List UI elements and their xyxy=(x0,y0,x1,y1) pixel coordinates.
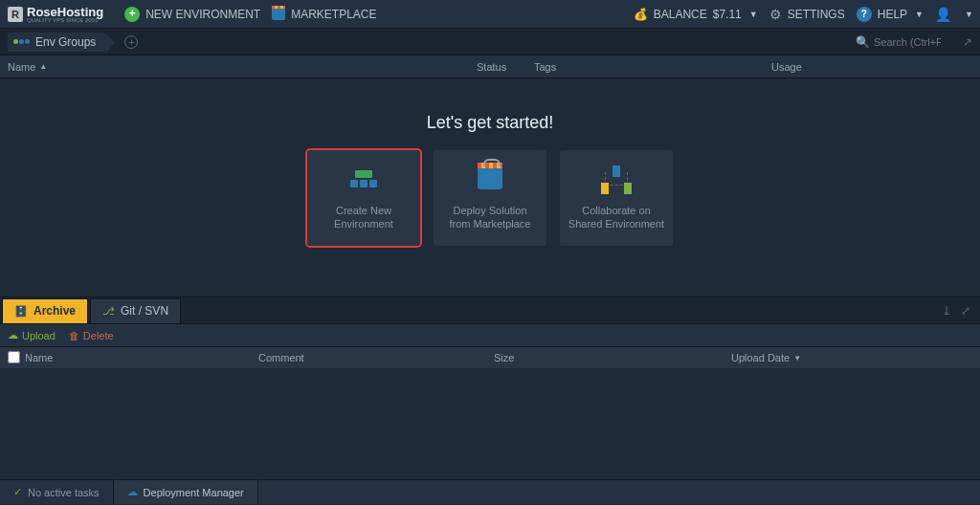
env-groups-icon xyxy=(13,39,30,44)
top-bar: R RoseHosting QUALITY VPS SINCE 2001 + N… xyxy=(0,0,980,29)
plus-circle-icon: + xyxy=(124,7,140,22)
search-input[interactable] xyxy=(874,36,941,48)
welcome-cards: Create NewEnvironment Deploy Solutionfro… xyxy=(307,150,673,246)
logo-icon: R xyxy=(8,7,23,22)
card-label: Deploy Solutionfrom Marketplace xyxy=(450,204,531,231)
balance-value: $7.11 xyxy=(713,8,742,21)
tab-git-svn[interactable]: ⎇ Git / SVN xyxy=(90,298,181,323)
cloud-upload-icon: ☁ xyxy=(8,329,18,341)
deployment-manager-tab[interactable]: ☁ Deployment Manager xyxy=(114,480,258,504)
tab-archive[interactable]: 🗄️ Archive xyxy=(2,298,88,323)
deployment-panel: 🗄️ Archive ⎇ Git / SVN ⤓ ⤢ ☁ Upload 🗑 De… xyxy=(0,296,980,479)
env-columns-header: Name ▲ Status Tags Usage xyxy=(0,55,980,78)
collaborate-icon xyxy=(601,165,632,192)
user-menu-button[interactable]: 👤 xyxy=(935,7,951,22)
new-env-label: NEW ENVIRONMENT xyxy=(145,8,260,21)
trash-icon: 🗑 xyxy=(69,330,79,341)
search-box[interactable]: 🔍 xyxy=(856,35,951,49)
chevron-down-icon: ▼ xyxy=(749,10,758,19)
card-collaborate[interactable]: Collaborate onShared Environment xyxy=(560,150,673,246)
column-dep-upload-date[interactable]: Upload Date ▼ xyxy=(731,352,972,363)
column-dep-comment[interactable]: Comment xyxy=(258,352,494,363)
cloud-icon: ☁ xyxy=(127,486,138,498)
delete-button[interactable]: 🗑 Delete xyxy=(69,330,114,341)
deployment-table-body xyxy=(0,368,980,479)
extra-menu-button[interactable]: ▼ xyxy=(963,10,972,19)
marketplace-label: MARKETPLACE xyxy=(291,8,376,21)
user-icon: 👤 xyxy=(935,7,951,22)
balance-button[interactable]: 💰 BALANCE $7.11 ▼ xyxy=(634,8,758,21)
marketplace-button[interactable]: MARKETPLACE xyxy=(272,8,376,21)
env-groups-bar: Env Groups + 🔍 ↗ xyxy=(0,29,980,55)
download-icon[interactable]: ⤓ xyxy=(942,304,951,318)
sort-desc-icon: ▼ xyxy=(793,354,801,362)
column-tags[interactable]: Tags xyxy=(534,61,771,73)
chevron-down-icon: ▼ xyxy=(915,10,924,19)
popout-icon[interactable]: ↗ xyxy=(963,35,972,49)
help-button[interactable]: ? HELP ▼ xyxy=(857,7,924,22)
column-dep-size[interactable]: Size xyxy=(494,352,731,363)
environment-icon xyxy=(348,165,379,192)
tasks-status[interactable]: ✓ No active tasks xyxy=(0,480,114,504)
welcome-title: Let's get started! xyxy=(427,113,554,133)
expand-icon[interactable]: ⤢ xyxy=(961,304,970,318)
column-dep-name[interactable]: Name xyxy=(25,352,258,363)
upload-button[interactable]: ☁ Upload xyxy=(8,329,56,341)
chevron-down-icon: ▼ xyxy=(965,10,973,19)
deployment-toolbar: ☁ Upload 🗑 Delete xyxy=(0,324,980,347)
card-label: Collaborate onShared Environment xyxy=(568,204,664,231)
env-groups-label: Env Groups xyxy=(35,35,96,49)
brand-logo: R RoseHosting QUALITY VPS SINCE 2001 xyxy=(8,5,103,23)
help-label: HELP xyxy=(878,8,907,21)
money-bag-icon: 💰 xyxy=(634,8,648,21)
settings-label: SETTINGS xyxy=(788,8,845,21)
branch-icon: ⎇ xyxy=(102,305,115,318)
brand-tagline: QUALITY VPS SINCE 2001 xyxy=(27,17,103,23)
card-create-environment[interactable]: Create NewEnvironment xyxy=(307,150,420,246)
deployment-tabs: 🗄️ Archive ⎇ Git / SVN ⤓ ⤢ xyxy=(0,297,980,324)
basket-icon xyxy=(475,165,505,192)
deployment-columns: Name Comment Size Upload Date ▼ xyxy=(0,347,980,368)
search-icon: 🔍 xyxy=(856,35,870,49)
archive-icon: 🗄️ xyxy=(14,305,28,318)
new-environment-button[interactable]: + NEW ENVIRONMENT xyxy=(124,7,260,22)
column-status[interactable]: Status xyxy=(477,61,534,73)
column-name[interactable]: Name ▲ xyxy=(8,61,477,73)
settings-button[interactable]: ⚙ SETTINGS xyxy=(769,7,845,22)
add-env-group-button[interactable]: + xyxy=(124,35,138,49)
select-all-checkbox[interactable] xyxy=(8,351,20,363)
card-deploy-marketplace[interactable]: Deploy Solutionfrom Marketplace xyxy=(434,150,546,246)
sort-asc-icon: ▲ xyxy=(39,62,47,71)
welcome-panel: Let's get started! Create NewEnvironment… xyxy=(0,78,980,296)
help-icon: ? xyxy=(857,7,872,22)
card-label: Create NewEnvironment xyxy=(334,204,393,231)
env-groups-tab[interactable]: Env Groups xyxy=(8,33,105,52)
marketplace-icon xyxy=(272,9,285,20)
column-usage[interactable]: Usage xyxy=(771,61,972,73)
balance-label: BALANCE xyxy=(654,8,707,21)
gear-icon: ⚙ xyxy=(769,7,782,22)
footer-bar: ✓ No active tasks ☁ Deployment Manager xyxy=(0,479,980,504)
check-icon: ✓ xyxy=(13,486,22,498)
